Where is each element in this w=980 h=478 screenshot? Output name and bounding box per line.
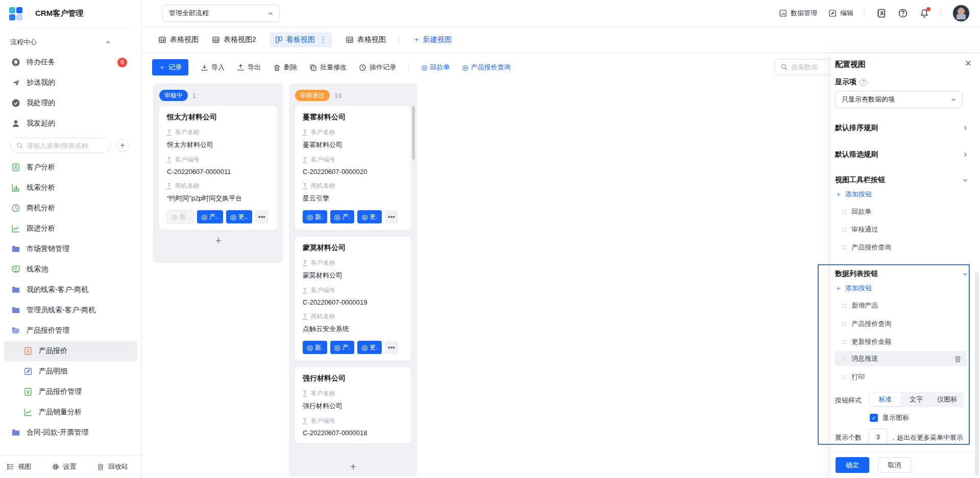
drag-handle-icon[interactable]: ∷ [842, 227, 846, 233]
tab-table-view-3[interactable]: 表格视图 [346, 35, 386, 44]
list-buttons-section[interactable]: 数据列表按钮 [835, 269, 968, 279]
panel-scrollbar[interactable] [975, 272, 979, 475]
card-action-quote[interactable]: ◎产. [330, 341, 355, 354]
column-scrollbar[interactable] [412, 106, 415, 160]
card-action-update[interactable]: ◎更.. [226, 210, 252, 223]
user-avatar[interactable] [952, 5, 970, 22]
help-icon[interactable]: ? [860, 79, 867, 86]
new-view-button[interactable]: ＋ 新建视图 [413, 35, 452, 44]
flow-selector-dropdown[interactable]: 管理全部流程 [162, 5, 280, 22]
kanban-card[interactable]: 强行材料公司 T客户名称 强行材料公司 T客户编号 C-20220607-000… [295, 367, 411, 443]
card-more-button[interactable]: ••• [385, 210, 398, 223]
batch-edit-button[interactable]: 批量修改 [309, 63, 347, 72]
drag-handle-icon[interactable]: ∷ [842, 303, 846, 309]
add-form-button[interactable]: + [116, 139, 129, 152]
data-manage-button[interactable]: 数据管理 [779, 9, 817, 18]
footer-recycle-button[interactable]: 回收站 [96, 462, 128, 471]
card-title: 强行材料公司 [303, 374, 403, 383]
sidebar-item-product-detail[interactable]: 产品明细 [0, 361, 141, 382]
list-button-item[interactable]: ∷ 产品报价查询 [835, 316, 967, 332]
sidebar-item-product-quote[interactable]: 产品报价 [4, 341, 137, 361]
sidebar-item-opportunity-analysis[interactable]: 商机分析 [0, 198, 141, 218]
notification-bell-icon[interactable] [919, 8, 929, 18]
quick-button-payment[interactable]: ◎ 回款单 [421, 63, 450, 72]
footer-settings-button[interactable]: 设置 [52, 462, 77, 471]
sidebar-item-quote-management[interactable]: 产品报价管理 [0, 382, 141, 402]
card-action-new[interactable]: ◎新. [303, 341, 327, 354]
quick-button-quote-query[interactable]: ◎ 产品报价查询 [462, 63, 510, 72]
style-option-standard[interactable]: 标准 [870, 393, 901, 406]
sidebar-item-quote-management-folder[interactable]: 产品报价管理 [0, 320, 141, 341]
sidebar-item-todo-tasks[interactable]: 待办任务 6 [0, 52, 141, 72]
card-action-quote[interactable]: ◎产.. [197, 210, 223, 223]
sidebar-search[interactable] [10, 138, 111, 153]
toolbar-button-item[interactable]: ∷ 审核通过 [835, 222, 967, 237]
tab-table-view-1[interactable]: 表格视图 [158, 35, 199, 44]
style-option-text[interactable]: 文字 [901, 393, 932, 406]
card-action-update[interactable]: ◎更. [357, 210, 382, 223]
drag-handle-icon[interactable]: ∷ [842, 339, 846, 345]
style-option-icon-only[interactable]: 仅图标 [932, 393, 963, 406]
card-action-quote[interactable]: ◎产. [330, 210, 355, 223]
export-button[interactable]: 导出 [237, 63, 261, 72]
toolbar-button-item[interactable]: ∷ 回款单 [835, 204, 967, 219]
card-action-new[interactable]: ◎新. [303, 210, 327, 223]
kanban-card[interactable]: 恒太方材料公司 T客户名称 恒太方材料公司 T客户编号 C-20220607-0… [159, 106, 277, 230]
sidebar-item-handled-by-me[interactable]: 我处理的 [0, 93, 141, 113]
kanban-card[interactable]: 蒙莫材料公司 T客户名称 蒙莫材料公司 T客户编号 C-20220607-000… [295, 237, 411, 361]
list-button-item[interactable]: ∷ 更新报价金额 [835, 334, 967, 349]
sidebar-search-input[interactable] [27, 142, 105, 149]
card-action-new[interactable]: ◎新.. [167, 210, 194, 223]
filter-rule-row[interactable]: 默认筛选规则 [835, 150, 968, 159]
add-list-button[interactable]: ＋ 添加按钮 [835, 284, 872, 293]
display-item-select[interactable]: 只显示有数据的项 [835, 91, 963, 108]
confirm-button[interactable]: 确定 [836, 457, 869, 473]
help-icon[interactable] [898, 8, 908, 18]
card-more-button[interactable]: ••• [385, 341, 398, 354]
card-more-button[interactable]: ••• [255, 210, 268, 223]
import-button[interactable]: 导入 [201, 63, 225, 72]
sidebar-item-followup-analysis[interactable]: 跟进分析 [0, 218, 141, 239]
contact-book-icon[interactable] [876, 8, 887, 18]
sidebar-item-lead-analysis[interactable]: 线索分析 [0, 178, 141, 198]
sort-rule-row[interactable]: 默认排序规则 [835, 123, 968, 133]
trash-icon[interactable] [954, 355, 962, 363]
sidebar-item-lead-pool[interactable]: 线索池 [0, 259, 141, 280]
drag-handle-icon[interactable]: ∷ [842, 374, 846, 381]
delete-button[interactable]: 删除 [273, 63, 297, 72]
cancel-button[interactable]: 取消 [878, 457, 911, 473]
drag-handle-icon[interactable]: ∷ [842, 356, 846, 362]
sidebar-item-marketing-management[interactable]: 市场营销管理 [0, 239, 141, 259]
list-button-item[interactable]: ∷ 新增产品 [835, 298, 967, 313]
add-record-button[interactable]: ＋ 记录 [152, 59, 188, 76]
card-action-update[interactable]: ◎更. [357, 341, 382, 354]
drag-handle-icon[interactable]: ∷ [842, 244, 846, 251]
list-button-item-highlighted[interactable]: ∷ 消息推送 [835, 351, 967, 366]
tab-kanban-view[interactable]: 看板视图 ⋮ [270, 32, 332, 47]
sidebar-item-product-sales-analysis[interactable]: 产品销量分析 [0, 402, 141, 422]
sidebar-section-process-center[interactable]: 流程中心 [0, 33, 141, 52]
display-count-input[interactable]: 3 [869, 429, 887, 445]
add-card-button[interactable]: ＋ [159, 230, 277, 250]
sidebar-item-cc-to-me[interactable]: 抄送我的 [0, 72, 141, 93]
drag-handle-icon[interactable]: ∷ [842, 209, 846, 215]
drag-handle-icon[interactable]: ∷ [842, 321, 846, 328]
footer-view-button[interactable]: 视图 [6, 462, 31, 471]
edit-button[interactable]: 编辑 [828, 9, 853, 18]
sidebar-item-admin-leads[interactable]: 管理员线索-客户-商机 [0, 300, 141, 320]
close-icon[interactable]: ✕ [965, 58, 972, 69]
kanban-card[interactable]: 蔓霍材料公司 T客户名称 蔓霍材料公司 T客户编号 C-20220607-000… [295, 106, 411, 230]
add-card-button[interactable]: ＋ [295, 456, 411, 476]
sidebar-item-my-leads[interactable]: 我的线索-客户-商机 [0, 280, 141, 300]
toolbar-button-item[interactable]: ∷ 产品报价查询 [835, 240, 967, 255]
sidebar-item-customer-analysis[interactable]: 客户分析 [0, 157, 141, 178]
checkbox-checked-icon[interactable]: ✓ [870, 414, 878, 422]
action-log-button[interactable]: 操作记录 [359, 63, 396, 72]
sidebar-item-started-by-me[interactable]: 我发起的 [0, 113, 141, 134]
list-button-item[interactable]: ∷ 打印 [835, 369, 967, 385]
add-toolbar-button[interactable]: ＋ 添加按钮 [835, 190, 872, 199]
toolbar-buttons-section[interactable]: 视图工具栏按钮 [835, 175, 968, 185]
sidebar-item-contract-management[interactable]: 合同-回款-开票管理 [0, 422, 141, 443]
tab-table-view-2[interactable]: 表格视图2 [212, 35, 256, 44]
tab-more-icon[interactable]: ⋮ [320, 35, 327, 44]
